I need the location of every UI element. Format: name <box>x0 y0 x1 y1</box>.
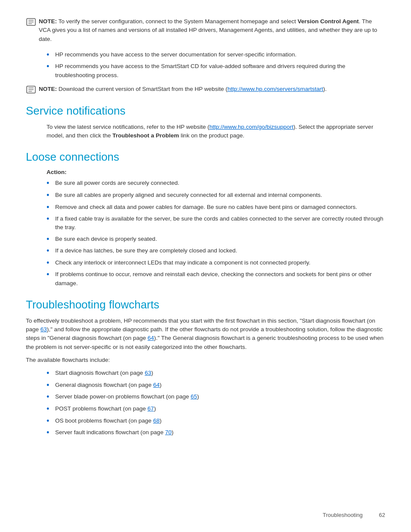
bullet-dot: • <box>47 191 52 200</box>
bullet-dot: • <box>47 369 52 378</box>
note2-text: NOTE: Download the current version of Sm… <box>39 85 327 93</box>
list-item: •Be sure each device is properly seated. <box>47 235 385 244</box>
list-item: •Server fault indications flowchart (on … <box>47 428 385 438</box>
bullet-dot: • <box>47 258 52 268</box>
bullet-text: General diagnosis flowchart (on page 64) <box>55 381 162 389</box>
list-item: •Be sure all cables are properly aligned… <box>47 191 385 200</box>
footer-page: 62 <box>379 512 385 518</box>
bullet-text: Be sure all cables are properly aligned … <box>55 191 322 199</box>
note2-label: NOTE: <box>39 86 57 92</box>
bullet-text: HP recommends you have access to the Sma… <box>55 62 385 80</box>
bullet-dot: • <box>47 428 52 438</box>
service-notifications-heading: Service notifications <box>26 104 385 118</box>
flowchart-link[interactable]: 64 <box>153 382 159 388</box>
list-item: •Start diagnosis flowchart (on page 63) <box>47 369 385 378</box>
flowchart-link[interactable]: 70 <box>165 429 171 436</box>
note2-link[interactable]: http://www.hp.com/servers/smartstart <box>227 86 323 92</box>
bullet-dot: • <box>47 417 52 426</box>
flowchart-link[interactable]: 67 <box>147 405 154 412</box>
bullet-text: OS boot problems flowchart (on page 68) <box>55 417 162 425</box>
flowchart-link[interactable]: 63 <box>145 370 151 376</box>
bullet-section-1: • HP recommends you have access to the s… <box>47 50 385 80</box>
flowcharts-intro: To effectively troubleshoot a problem, H… <box>26 317 385 352</box>
bullet-text: Server fault indications flowchart (on p… <box>55 428 174 437</box>
list-item: •If problems continue to occur, remove a… <box>47 270 385 288</box>
bullet-text: Be sure all power cords are securely con… <box>55 179 179 187</box>
bullet-dot: • <box>47 404 52 414</box>
sn-link[interactable]: http://www.hp.com/go/bizsupport <box>209 124 293 130</box>
loose-connections-heading: Loose connections <box>26 150 385 164</box>
note-block-2: NOTE: Download the current version of Sm… <box>26 85 385 94</box>
note-block-1: NOTE: To verify the server configuration… <box>26 17 385 44</box>
bullet-dot: • <box>47 215 52 224</box>
flowcharts-bullets: •Start diagnosis flowchart (on page 63)•… <box>47 369 385 438</box>
sn-bold: Troubleshoot a Problem <box>112 132 179 139</box>
bullet-text: POST problems flowchart (on page 67) <box>55 404 156 413</box>
bullet-text: Start diagnosis flowchart (on page 63) <box>55 369 153 377</box>
note1-text: NOTE: To verify the server configuration… <box>39 17 385 44</box>
bullet-text: Be sure each device is properly seated. <box>55 235 157 243</box>
note1-vca: Version Control Agent <box>298 18 359 25</box>
bullet-text: Check any interlock or interconnect LEDs… <box>55 258 311 267</box>
list-item: •General diagnosis flowchart (on page 64… <box>47 381 385 390</box>
service-notifications-body: To view the latest service notifications… <box>47 123 385 140</box>
sn-body1: To view the latest service notifications… <box>47 124 209 130</box>
list-item: •Server blade power-on problems flowchar… <box>47 392 385 402</box>
list-item: •Check any interlock or interconnect LED… <box>47 258 385 268</box>
bullet-text: HP recommends you have access to the ser… <box>55 50 296 59</box>
action-label: Action: <box>47 169 385 175</box>
list-item: •OS boot problems flowchart (on page 68) <box>47 417 385 426</box>
troubleshooting-flowcharts-heading: Troubleshooting flowcharts <box>26 298 385 311</box>
flowcharts-available: The available flowcharts include: <box>26 356 385 364</box>
bullet-text: If a device has latches, be sure they ar… <box>55 246 237 255</box>
note1-body: To verify the server configuration, conn… <box>57 18 298 25</box>
note1-label: NOTE: <box>39 18 57 25</box>
bullet-dot: • <box>47 203 52 212</box>
bullet-text: Remove and check all data and power cabl… <box>55 203 357 212</box>
sn-body3: link on the product page. <box>179 132 245 139</box>
bullet-text: If a fixed cable tray is available for t… <box>55 215 385 232</box>
flowchart-link[interactable]: 68 <box>153 417 159 424</box>
bullet-dot: • <box>47 381 52 390</box>
bullet-text: Server blade power-on problems flowchart… <box>55 392 199 401</box>
footer-separator <box>367 512 374 518</box>
fc-link2[interactable]: 64 <box>147 335 154 341</box>
bullet-dot: • <box>47 62 52 72</box>
bullet-dot: • <box>47 392 52 402</box>
loose-connections-bullets: •Be sure all power cords are securely co… <box>47 179 385 288</box>
note-icon-2 <box>26 85 36 94</box>
list-item: •Be sure all power cords are securely co… <box>47 179 385 188</box>
footer-section: Troubleshooting <box>323 512 363 518</box>
fc-available-label: The available flowcharts include: <box>26 357 110 363</box>
bullet-dot: • <box>47 246 52 256</box>
bullet-text: If problems continue to occur, remove an… <box>55 270 385 288</box>
fc-link1[interactable]: 63 <box>40 326 47 333</box>
note2-body: Download the current version of SmartSta… <box>57 86 227 92</box>
note2-body2: ). <box>323 86 327 92</box>
bullet-dot: • <box>47 50 52 60</box>
list-item: •Remove and check all data and power cab… <box>47 203 385 212</box>
bullet-dot: • <box>47 235 52 244</box>
list-item: • HP recommends you have access to the s… <box>47 50 385 60</box>
bullet-dot: • <box>47 179 52 188</box>
list-item: •If a device has latches, be sure they a… <box>47 246 385 256</box>
bullet-dot: • <box>47 270 52 280</box>
list-item: •If a fixed cable tray is available for … <box>47 215 385 232</box>
list-item: •POST problems flowchart (on page 67) <box>47 404 385 414</box>
flowchart-link[interactable]: 65 <box>190 393 197 400</box>
list-item: • HP recommends you have access to the S… <box>47 62 385 80</box>
footer: Troubleshooting 62 <box>323 512 385 518</box>
note-icon-1 <box>26 18 36 26</box>
